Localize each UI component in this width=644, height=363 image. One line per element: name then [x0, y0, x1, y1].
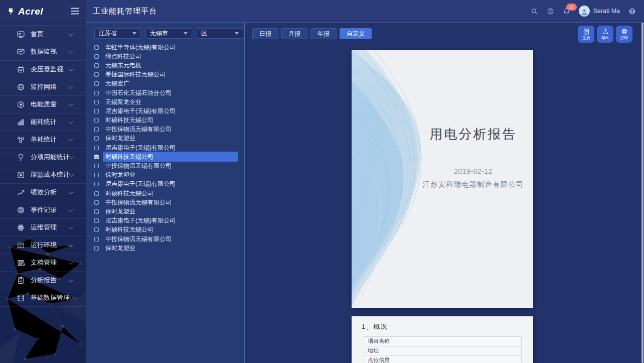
notifications-button[interactable]: 11 — [563, 8, 570, 15]
chevron-down-icon — [69, 84, 74, 89]
company-row[interactable]: 保时龙塑业 — [94, 244, 238, 253]
company-row[interactable]: 希捷国际科技无锡公司 — [94, 70, 238, 79]
company-row[interactable]: 华虹半导体(无锡)有限公司 — [94, 43, 238, 52]
sidebar-item-label: 文档管理 — [31, 258, 57, 267]
search-icon[interactable] — [531, 8, 538, 15]
company-row[interactable]: 时硕科技无锡公司 — [94, 152, 238, 161]
company-checkbox[interactable] — [94, 45, 99, 50]
company-checkbox[interactable] — [94, 173, 99, 177]
sidebar-item[interactable]: 绩效分析 — [0, 184, 86, 201]
company-checkbox[interactable] — [94, 200, 99, 205]
company-row[interactable]: 尼吉康电子(无锡)有限公司 — [94, 143, 238, 152]
account-menu[interactable]: Serati Ma — [579, 6, 620, 17]
avatar — [579, 6, 590, 17]
company-checkbox[interactable] — [94, 164, 99, 168]
company-checkbox[interactable] — [94, 209, 99, 214]
company-checkbox[interactable] — [94, 91, 99, 95]
report-period-tab[interactable]: 日报 — [252, 28, 278, 39]
sidebar-item[interactable]: 分项用能统计 — [0, 149, 86, 166]
menu-icon[interactable] — [70, 7, 80, 15]
company-row[interactable]: 无锡宏广 — [94, 79, 238, 88]
company-name: 尼吉康电子(无锡)有限公司 — [103, 179, 238, 189]
company-row[interactable]: 时硕科技无锡公司 — [94, 116, 238, 125]
company-name: 时硕科技无锡公司 — [103, 225, 238, 235]
app-logo: Acrel — [7, 6, 43, 17]
company-checkbox[interactable] — [94, 146, 99, 150]
energy-cost-icon — [17, 171, 25, 179]
action-button-label: 导出 — [601, 36, 609, 40]
city-select[interactable]: 无锡市 — [145, 28, 192, 39]
sidebar-item[interactable]: 单耗统计 — [0, 131, 86, 149]
scrollbar[interactable] — [641, 23, 643, 363]
company-checkbox[interactable] — [94, 127, 99, 132]
company-checkbox[interactable] — [94, 191, 99, 196]
sidebar-item-label: 数据监视 — [31, 47, 57, 56]
company-checkbox[interactable] — [94, 63, 99, 68]
action-button[interactable]: 生成 — [578, 26, 594, 43]
table-row: 项目名称 — [364, 337, 521, 346]
company-row[interactable]: 中投保物流无锡有限公司 — [94, 125, 238, 134]
company-checkbox[interactable] — [94, 182, 99, 186]
sidebar-item[interactable]: 变压器监视 — [0, 61, 86, 78]
sidebar-item[interactable]: 数据监视 — [0, 43, 86, 61]
company-row[interactable]: 绿点科技公司 — [94, 52, 238, 61]
report-period-tab[interactable]: 年报 — [310, 28, 337, 39]
company-row[interactable]: 中投保物流无锡有限公司 — [94, 234, 238, 244]
company-row[interactable]: 无锡聚龙企业 — [94, 97, 238, 106]
report-overview-page: 1、概况 项目名称 地址 点位信息 — [352, 316, 533, 363]
action-button[interactable]: 打印 — [616, 26, 632, 43]
company-checkbox[interactable] — [94, 81, 99, 86]
company-row[interactable]: 时硕科技无锡公司 — [94, 225, 238, 234]
company-checkbox[interactable] — [94, 227, 99, 232]
performance-icon — [17, 188, 25, 197]
company-name: 保时龙塑业 — [103, 134, 238, 144]
sidebar-item[interactable]: 分析报告 — [0, 272, 86, 289]
company-row[interactable]: 中投保物流无锡有限公司 — [94, 161, 238, 170]
report-period-tab[interactable]: 自定义 — [340, 28, 372, 39]
company-row[interactable]: 尼吉康电子(无锡)有限公司 — [94, 106, 238, 115]
help-icon[interactable] — [547, 8, 554, 15]
company-checkbox[interactable] — [94, 100, 99, 104]
company-row[interactable]: 中国石化无锡石油分公司 — [94, 88, 238, 97]
sidebar-item[interactable]: 运维管理 — [0, 219, 86, 236]
sidebar-item[interactable]: 文档管理 — [0, 254, 86, 272]
company-checkbox[interactable] — [94, 109, 99, 113]
sidebar-item[interactable]: 事件记录 — [0, 201, 86, 219]
report-company: 江苏安科瑞电器制造有限公司 — [419, 180, 528, 189]
sidebar-item[interactable]: 能耗统计 — [0, 113, 86, 131]
sidebar-item[interactable]: 基础数据管理 — [0, 289, 86, 307]
caret-down-icon — [184, 32, 188, 35]
company-row[interactable]: 中投保物流无锡有限公司 — [94, 198, 238, 207]
company-checkbox[interactable] — [94, 136, 99, 141]
company-checkbox[interactable] — [94, 118, 99, 123]
language-icon[interactable] — [628, 8, 636, 15]
company-row[interactable]: 尼吉康电子(无锡)有限公司 — [94, 216, 238, 225]
company-checkbox[interactable] — [94, 246, 99, 251]
chevron-down-icon — [69, 119, 74, 124]
company-checkbox[interactable] — [94, 54, 99, 59]
company-row[interactable]: 保时龙塑业 — [94, 171, 238, 180]
chevron-down-icon — [69, 66, 74, 71]
sidebar-item[interactable]: 能源成本统计 — [0, 166, 86, 184]
province-select[interactable]: 江苏省 — [94, 28, 141, 39]
company-checkbox[interactable] — [94, 237, 99, 241]
company-checkbox[interactable] — [94, 218, 99, 223]
sidebar-item[interactable]: 运行环境 — [0, 236, 86, 254]
company-checkbox[interactable] — [94, 72, 99, 77]
company-row[interactable]: 无锡东元电机 — [94, 61, 238, 70]
sidebar-item-label: 能耗统计 — [31, 117, 57, 127]
sidebar-item-label: 单耗统计 — [31, 135, 57, 144]
company-row[interactable]: 尼吉康电子(无锡)有限公司 — [94, 180, 238, 189]
chevron-down-icon — [69, 277, 74, 282]
company-checkbox[interactable] — [94, 155, 99, 159]
company-name: 保时龙塑业 — [103, 170, 238, 180]
sidebar-item[interactable]: 首页 — [0, 26, 86, 43]
sidebar-item[interactable]: 监控网络 — [0, 78, 86, 96]
district-select[interactable]: 区 — [197, 28, 243, 39]
company-row[interactable]: 保时龙塑业 — [94, 134, 238, 143]
report-period-tab[interactable]: 月报 — [281, 28, 307, 39]
company-row[interactable]: 时硕科技无锡公司 — [94, 189, 238, 198]
sidebar-item[interactable]: 电能质量 — [0, 96, 86, 113]
action-button[interactable]: 导出 — [597, 26, 613, 43]
company-row[interactable]: 保时龙塑业 — [94, 207, 238, 216]
